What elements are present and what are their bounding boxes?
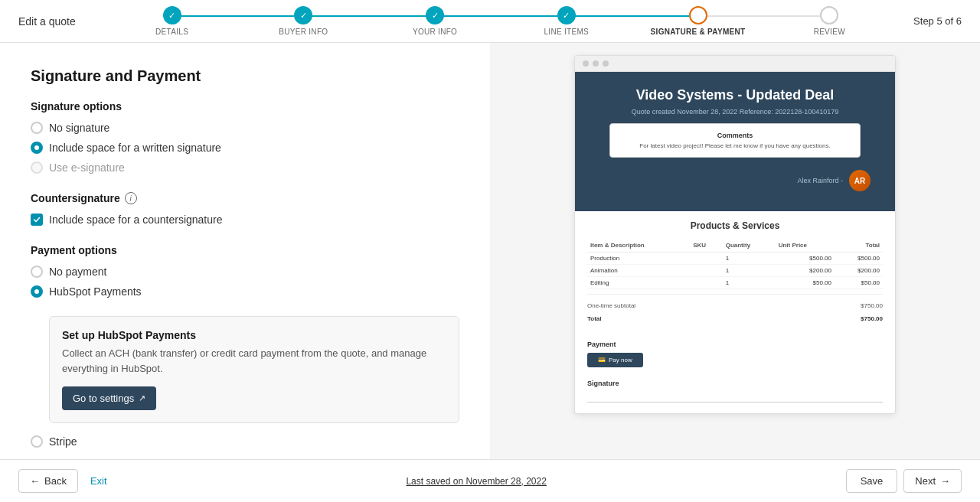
written-signature-option[interactable]: Include space for a written signature	[31, 142, 459, 154]
preview-table-cell: 1	[723, 253, 776, 265]
back-label: Back	[44, 475, 67, 487]
payment-radio-group: No payment HubSpot Payments	[31, 266, 459, 298]
next-button[interactable]: Next →	[903, 469, 962, 493]
preview-products-title: Products & Services	[587, 220, 883, 231]
hubspot-box-title: Set up HubSpot Payments	[62, 329, 446, 341]
progress-step-line-items: ✓ LINE ITEMS	[501, 6, 632, 36]
subtotal-value: $750.00	[861, 302, 883, 309]
preview-header: Video Systems - Updated Deal Quote creat…	[575, 72, 895, 211]
preview-signature-line	[587, 390, 883, 403]
countersignature-title: Countersignature	[31, 192, 120, 204]
preview-meta: Quote created November 28, 2022 Referenc…	[587, 108, 883, 116]
exit-link[interactable]: Exit	[90, 475, 107, 487]
countersignature-header: Countersignature i	[31, 192, 459, 204]
step-label-signature-payment: SIGNATURE & PAYMENT	[651, 28, 746, 36]
preview-payment-section: Payment 💳 Pay now	[575, 333, 895, 375]
subtotal-label: One-time subtotal	[587, 302, 635, 309]
next-label: Next	[915, 475, 936, 487]
preview-table-cell	[690, 277, 722, 289]
progress-step-review: REVIEW	[763, 6, 895, 36]
signature-radio-group: No signature Include space for a written…	[31, 122, 459, 174]
checkmark-icon	[33, 216, 41, 223]
stripe-radio[interactable]	[31, 435, 43, 448]
col-sku: SKU	[690, 239, 722, 253]
preview-pay-now-button[interactable]: 💳 Pay now	[587, 353, 643, 367]
preview-table-cell: $50.00	[776, 277, 835, 289]
e-signature-label: Use e-signature	[49, 161, 125, 174]
no-signature-radio[interactable]	[31, 122, 43, 134]
progress-step-buyer-info: ✓ BUYER INFO	[237, 6, 369, 36]
back-arrow-icon: ←	[30, 475, 40, 487]
next-arrow-icon: →	[940, 475, 950, 487]
save-button[interactable]: Save	[846, 469, 898, 493]
col-unit-price: Unit Price	[776, 239, 835, 253]
pay-now-label: Pay now	[609, 357, 632, 363]
no-signature-option[interactable]: No signature	[31, 122, 459, 134]
written-signature-label: Include space for a written signature	[49, 142, 221, 154]
preview-products-table: Item & Description SKU Quantity Unit Pri…	[587, 239, 883, 289]
preview-subtotal-row: One-time subtotal $750.00	[587, 301, 883, 311]
last-saved-text[interactable]: Last saved on November 28, 2022	[406, 476, 546, 487]
no-payment-option[interactable]: No payment	[31, 266, 459, 278]
preview-top-bar	[575, 56, 895, 72]
no-signature-label: No signature	[49, 122, 109, 134]
total-label: Total	[587, 315, 602, 322]
footer-center: Last saved on November 28, 2022	[406, 476, 546, 487]
preview-dot-3	[603, 60, 609, 67]
step-label-buyer-info: BUYER INFO	[279, 28, 328, 36]
col-item: Item & Description	[587, 239, 690, 253]
go-to-settings-button[interactable]: Go to settings ↗	[62, 386, 156, 410]
right-panel: Video Systems - Updated Deal Quote creat…	[490, 43, 980, 459]
step-label-line-items: LINE ITEMS	[544, 28, 590, 36]
countersignature-checkbox-label: Include space for a countersignature	[49, 214, 222, 226]
step-circle-details: ✓	[163, 6, 181, 24]
preview-table-cell	[690, 265, 722, 277]
preview-dot-2	[593, 60, 599, 67]
preview-table-row: Production1$500.00$500.00	[587, 253, 883, 265]
preview-avatar: AR	[849, 170, 871, 191]
hubspot-payments-box: Set up HubSpot Payments Collect an ACH (…	[49, 316, 459, 423]
preview-table-cell: 1	[723, 265, 776, 277]
preview-table-cell: $200.00	[776, 265, 835, 277]
countersignature-info-icon[interactable]: i	[125, 192, 137, 204]
written-signature-radio[interactable]	[31, 142, 43, 154]
preview-comment-text: For latest video project! Please let me …	[621, 142, 849, 149]
left-panel: Signature and Payment Signature options …	[0, 43, 490, 459]
no-payment-radio[interactable]	[31, 266, 43, 278]
step-label-your-info: YOUR INFO	[413, 28, 457, 36]
hubspot-payments-option[interactable]: HubSpot Payments	[31, 285, 459, 298]
step-label-review: REVIEW	[814, 28, 845, 36]
header: Edit a quote ✓ DETAILS ✓ BUYER INFO ✓ YO…	[0, 0, 980, 43]
step-circle-buyer-info: ✓	[294, 6, 312, 24]
e-signature-option[interactable]: Use e-signature	[31, 161, 459, 174]
countersignature-checkbox[interactable]: Include space for a countersignature	[31, 214, 459, 226]
stripe-option[interactable]: Stripe	[31, 435, 459, 448]
hubspot-payments-radio[interactable]	[31, 285, 43, 298]
preview-comment-box: Comments For latest video project! Pleas…	[609, 123, 861, 158]
section-title: Signature and Payment	[31, 67, 459, 85]
preview-table-row: Animation1$200.00$200.00	[587, 265, 883, 277]
signature-options-title: Signature options	[31, 100, 459, 112]
payment-options-section: Payment options No payment HubSpot Payme…	[31, 244, 459, 448]
preview-dot-1	[583, 60, 589, 67]
main-content: Signature and Payment Signature options …	[0, 43, 980, 459]
col-quantity: Quantity	[723, 239, 776, 253]
payment-options-title: Payment options	[31, 244, 459, 256]
preview-table-cell: $500.00	[835, 253, 883, 265]
back-button[interactable]: ← Back	[18, 469, 78, 493]
preview-table-cell: Animation	[587, 265, 690, 277]
preview-signature-title: Signature	[587, 380, 883, 387]
e-signature-radio[interactable]	[31, 161, 43, 174]
countersignature-checkbox-box[interactable]	[31, 214, 43, 226]
preview-comment-title: Comments	[621, 132, 849, 139]
preview-table-cell: Editing	[587, 277, 690, 289]
preview-products-section: Products & Services Item & Description S…	[575, 211, 895, 333]
preview-total-row: Total $750.00	[587, 314, 883, 324]
no-payment-label: No payment	[49, 266, 106, 278]
hubspot-box-description: Collect an ACH (bank transfer) or credit…	[62, 346, 446, 376]
total-value: $750.00	[861, 315, 883, 322]
step-count: Step 5 of 6	[913, 15, 962, 27]
preview-table-cell: Production	[587, 253, 690, 265]
pay-icon: 💳	[598, 357, 606, 363]
footer: ← Back Exit Last saved on November 28, 2…	[0, 459, 980, 502]
